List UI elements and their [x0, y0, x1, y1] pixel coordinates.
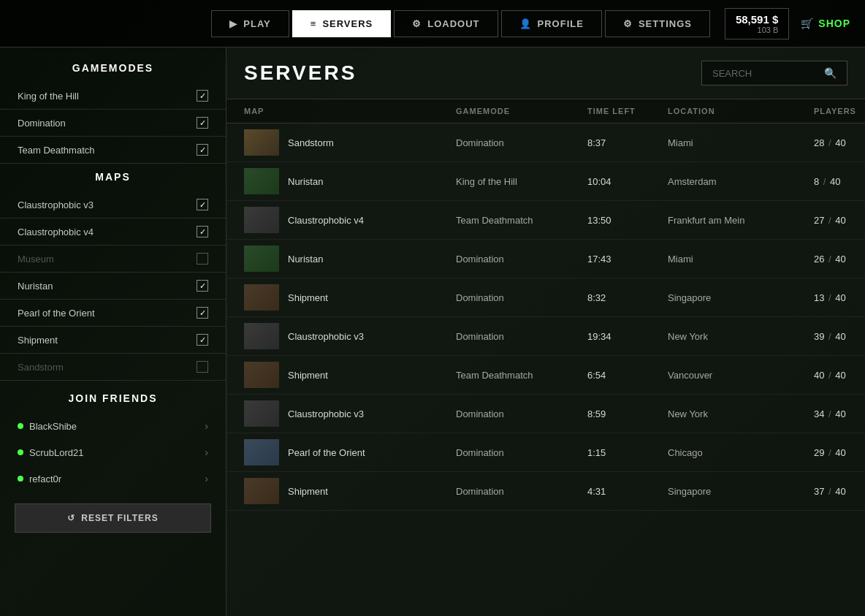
map-thumbnail	[244, 478, 279, 504]
content-area: GAMEMODES King of the Hill Domination Te…	[0, 47, 865, 616]
time-left-cell: 6:54	[587, 370, 668, 381]
location-cell: Vancouver	[668, 370, 814, 381]
location-cell: Miami	[668, 137, 814, 148]
time-left-cell: 4:31	[587, 486, 668, 497]
shop-label: SHOP	[818, 18, 850, 29]
map-thumbnail	[244, 207, 279, 233]
location-cell: Frankfurt am Mein	[668, 215, 814, 226]
time-left-cell: 10:04	[587, 176, 668, 187]
nav-settings-button[interactable]: ⚙ SETTINGS	[605, 10, 710, 37]
search-box[interactable]: 🔍	[701, 61, 847, 85]
friend-refact0r[interactable]: refact0r ›	[0, 465, 226, 492]
map-claustrophobic-v4[interactable]: Claustrophobic v4	[0, 218, 226, 246]
slash: /	[828, 254, 831, 265]
servers-icon: ≡	[310, 18, 317, 29]
table-row: Shipment Domination 4:31 Singapore 37 / …	[226, 472, 865, 511]
slash: /	[828, 408, 831, 419]
friend-blackshibe[interactable]: BlackShibe ›	[0, 413, 226, 439]
map-shipment-checkbox[interactable]	[197, 334, 208, 346]
map-claus-v4-checkbox[interactable]	[197, 226, 208, 237]
nav-buttons: ▶ PLAY ≡ SERVERS ⚙ LOADOUT 👤 PROFILE ⚙ S…	[211, 10, 710, 37]
location-cell: Singapore	[668, 486, 814, 497]
reset-filters-button[interactable]: ↺ RESET FILTERS	[15, 503, 211, 533]
map-name: Shipment	[288, 292, 328, 303]
balance-sub: 103 B	[736, 26, 778, 34]
map-museum[interactable]: Museum	[0, 246, 226, 273]
map-pearl-checkbox[interactable]	[197, 307, 208, 319]
nav-loadout-button[interactable]: ⚙ LOADOUT	[394, 10, 498, 37]
friend-scrublord21[interactable]: ScrubLord21 ›	[0, 439, 226, 465]
gamemode-cell: King of the Hill	[456, 176, 587, 187]
col-map: MAP	[244, 107, 456, 115]
cart-icon: 🛒	[801, 18, 814, 29]
tdm-checkbox[interactable]	[197, 144, 208, 156]
map-name: Pearl of the Orient	[288, 447, 365, 458]
map-name: Sandstorm	[288, 137, 334, 148]
gamemode-cell: Domination	[456, 331, 587, 342]
players-cell: 13 / 40	[814, 292, 865, 303]
map-cell: Claustrophobic v3	[244, 323, 456, 349]
main-panel: SERVERS 🔍 MAP GAMEMODE TIME LEFT LOCATIO…	[226, 47, 865, 616]
table-row: Pearl of the Orient Domination 1:15 Chic…	[226, 433, 865, 472]
map-shipment[interactable]: Shipment	[0, 327, 226, 354]
map-sandstorm-checkbox[interactable]	[197, 361, 208, 373]
players-cell: 37 / 40	[814, 486, 865, 497]
join-friends-title: JOIN FRIENDS	[0, 392, 226, 413]
search-input[interactable]	[712, 68, 818, 79]
friend-arrow-icon: ›	[205, 420, 208, 432]
koth-checkbox[interactable]	[197, 90, 208, 102]
gamemode-cell: Domination	[456, 254, 587, 265]
map-thumbnail	[244, 246, 279, 272]
map-museum-label: Museum	[18, 254, 54, 265]
time-left-cell: 8:37	[587, 137, 668, 148]
map-nuristan-checkbox[interactable]	[197, 280, 208, 292]
reset-icon: ↺	[67, 513, 75, 523]
panel-header: SERVERS 🔍	[226, 47, 865, 99]
shop-button[interactable]: 🛒 SHOP	[801, 18, 850, 29]
time-left-cell: 13:50	[587, 215, 668, 226]
map-nuristan-label: Nuristan	[18, 281, 53, 292]
map-name: Claustrophobic v3	[288, 331, 364, 342]
location-cell: Singapore	[668, 292, 814, 303]
table-row: Claustrophobic v4 Team Deathmatch 13:50 …	[226, 201, 865, 240]
map-nuristan[interactable]: Nuristan	[0, 273, 226, 300]
nav-play-label: PLAY	[243, 18, 270, 29]
slash: /	[828, 215, 831, 226]
reset-label: RESET FILTERS	[81, 513, 158, 523]
players-cell: 27 / 40	[814, 215, 865, 226]
friend-scrublord-name: ScrubLord21	[29, 447, 83, 458]
gamemode-cell: Domination	[456, 447, 587, 458]
maps-title: MAPS	[0, 171, 226, 191]
gamemode-team-deathmatch[interactable]: Team Deathmatch	[0, 137, 226, 164]
friend-online-dot	[18, 423, 23, 429]
map-claus-v4-label: Claustrophobic v4	[18, 227, 94, 237]
nav-servers-button[interactable]: ≡ SERVERS	[292, 10, 392, 37]
map-museum-checkbox[interactable]	[197, 253, 208, 265]
map-pearl-label: Pearl of the Orient	[18, 308, 95, 319]
nav-profile-button[interactable]: 👤 PROFILE	[501, 10, 602, 37]
map-pearl-of-the-orient[interactable]: Pearl of the Orient	[0, 300, 226, 327]
map-cell: Shipment	[244, 362, 456, 388]
gamemode-cell: Domination	[456, 408, 587, 419]
domination-checkbox[interactable]	[197, 117, 208, 129]
table-row: Shipment Domination 8:32 Singapore 13 / …	[226, 278, 865, 317]
gamemode-domination[interactable]: Domination	[0, 110, 226, 137]
gamemode-domination-label: Domination	[18, 118, 66, 129]
time-left-cell: 8:32	[587, 292, 668, 303]
nav-play-button[interactable]: ▶ PLAY	[211, 10, 289, 37]
nav-right: 58,591 $ 103 B 🛒 SHOP	[725, 8, 850, 39]
players-cell: 34 / 40	[814, 408, 865, 419]
players-cell: 40 / 40	[814, 370, 865, 381]
map-claus-v3-label: Claustrophobic v3	[18, 199, 94, 210]
gamemode-king-of-the-hill[interactable]: King of the Hill	[0, 83, 226, 110]
balance-box: 58,591 $ 103 B	[725, 8, 789, 39]
nav-settings-label: SETTINGS	[639, 18, 692, 29]
friend-blackshibe-name: BlackShibe	[29, 421, 77, 432]
slash: /	[828, 331, 831, 342]
map-claus-v3-checkbox[interactable]	[197, 199, 208, 210]
settings-icon: ⚙	[623, 18, 633, 29]
map-sandstorm[interactable]: Sandstorm	[0, 354, 226, 381]
loadout-icon: ⚙	[412, 18, 422, 29]
map-claustrophobic-v3[interactable]: Claustrophobic v3	[0, 191, 226, 218]
table-row: Claustrophobic v3 Domination 19:34 New Y…	[226, 317, 865, 356]
